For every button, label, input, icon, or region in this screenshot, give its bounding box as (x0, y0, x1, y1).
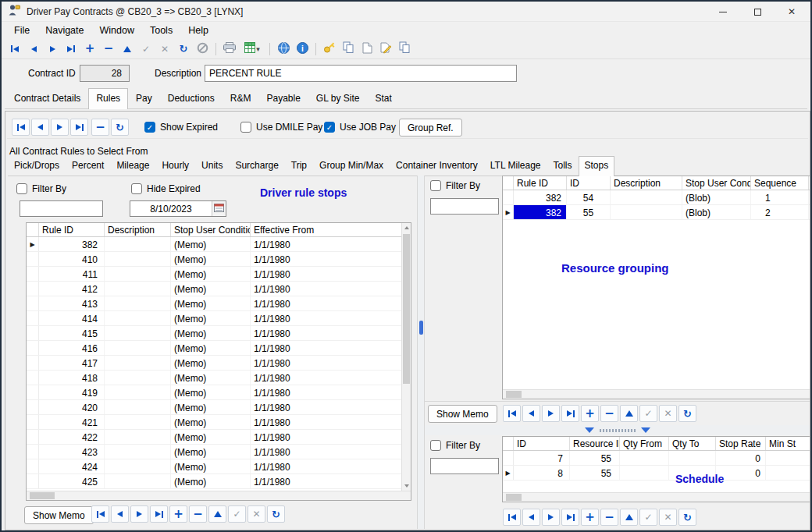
column-header-stop-user-conditior[interactable]: Stop User Conditior (682, 176, 751, 190)
table-cell[interactable]: 1/1/1980 (251, 237, 401, 251)
table-cell[interactable] (105, 252, 171, 266)
table-cell[interactable] (105, 341, 171, 355)
column-header-stop-user-conditio[interactable]: Stop User Conditio (171, 223, 251, 236)
table-cell[interactable]: 417 (39, 356, 105, 370)
table-cell[interactable]: 55 (567, 205, 611, 219)
table-cell[interactable]: 1/1/1980 (251, 415, 401, 429)
table-cell[interactable]: (Memo) (171, 430, 251, 444)
tab-group-min-max[interactable]: Group Min/Max (313, 156, 390, 176)
nav-insert-button[interactable]: + (581, 509, 599, 526)
tab-stops[interactable]: Stops (579, 156, 615, 176)
table-cell[interactable]: 1/1/1980 (251, 341, 401, 355)
table-cell[interactable]: (Memo) (171, 341, 251, 355)
scrollbar-thumb[interactable] (506, 494, 522, 501)
table-cell[interactable] (611, 190, 682, 204)
contract-id-field[interactable]: 28 (80, 65, 130, 82)
filter-by-checkbox-resources[interactable]: Filter By (430, 180, 480, 191)
tab-payable[interactable]: Payable (258, 88, 308, 108)
nav-last-button[interactable] (561, 509, 579, 526)
tab-surcharge[interactable]: Surcharge (229, 156, 284, 176)
show-expired-checkbox[interactable]: Show Expired (144, 122, 218, 133)
tab-mileage[interactable]: Mileage (110, 156, 155, 176)
toolbar-cancel-updates-button[interactable] (194, 41, 211, 57)
table-cell[interactable]: 420 (39, 400, 105, 414)
table-cell[interactable]: 421 (39, 415, 105, 429)
rules-prior-button[interactable] (31, 119, 49, 136)
nav-insert-button[interactable]: + (581, 405, 599, 422)
table-cell[interactable] (105, 296, 171, 310)
toolbar-delete-button[interactable]: − (100, 41, 117, 57)
use-dmile-pay-checkbox[interactable]: Use DMILE Pay (240, 122, 322, 133)
table-cell[interactable]: 413 (39, 296, 105, 310)
table-cell[interactable]: 55 (570, 451, 620, 465)
horizontal-scrollbar[interactable] (503, 492, 810, 502)
column-header-qty-to[interactable]: Qty To (669, 437, 716, 450)
table-cell[interactable]: 1/1/1980 (251, 252, 401, 266)
table-cell[interactable] (105, 326, 171, 340)
table-row[interactable]: 422(Memo)1/1/1980 (27, 430, 401, 445)
column-header-rule-id[interactable]: Rule ID (514, 176, 567, 190)
table-cell[interactable]: 7 (514, 451, 570, 465)
filter-input-left[interactable] (20, 200, 103, 217)
filter-by-checkbox-left[interactable]: Filter By (16, 183, 66, 194)
nav-last-button[interactable] (150, 505, 168, 523)
rules-first-button[interactable] (12, 119, 30, 136)
rules-last-button[interactable] (70, 119, 88, 136)
table-row[interactable]: ▶8550 (503, 466, 810, 481)
table-cell[interactable]: 1/1/1980 (251, 430, 401, 444)
nav-refresh-button[interactable]: ↻ (267, 505, 285, 523)
table-cell[interactable]: 414 (39, 311, 105, 325)
export-grid-button[interactable]: ▾ (240, 41, 265, 57)
table-cell[interactable]: (Memo) (171, 237, 251, 251)
column-header-min-st[interactable]: Min St (766, 437, 810, 450)
filter-by-checkbox-schedule[interactable]: Filter By (430, 440, 480, 451)
table-cell[interactable]: (Blob) (682, 190, 751, 204)
table-cell[interactable]: 419 (39, 385, 105, 399)
table-cell[interactable]: (Memo) (171, 459, 251, 473)
column-header-rule-id[interactable]: Rule ID (39, 223, 105, 236)
table-cell[interactable] (611, 205, 682, 219)
nav-cancel-button[interactable]: ✕ (248, 505, 265, 523)
toolbar-edit-button[interactable] (119, 41, 136, 57)
menu-navigate[interactable]: Navigate (37, 23, 91, 38)
description-field[interactable]: PERCENT RULE (205, 65, 517, 82)
group-ref-button[interactable]: Group Ref. (399, 119, 462, 137)
table-cell[interactable]: (Memo) (171, 296, 251, 310)
maximize-button[interactable] (740, 2, 775, 22)
tab-deductions[interactable]: Deductions (160, 88, 223, 108)
table-row[interactable]: ▶38255(Blob)2 (503, 205, 810, 220)
nav-first-button[interactable] (91, 505, 109, 523)
table-row[interactable]: 413(Memo)1/1/1980 (27, 296, 401, 311)
table-cell[interactable] (105, 430, 171, 444)
table-cell[interactable]: 415 (39, 326, 105, 340)
rules-delete-button[interactable]: − (91, 119, 109, 136)
table-cell[interactable]: (Memo) (171, 356, 251, 370)
toolbar-first-button[interactable] (6, 41, 23, 57)
table-row[interactable]: 418(Memo)1/1/1980 (27, 371, 401, 385)
table-cell[interactable]: (Memo) (171, 445, 251, 459)
nav-refresh-button[interactable]: ↻ (678, 509, 696, 526)
tab-gl-by-site[interactable]: GL by Site (308, 88, 368, 108)
minimize-button[interactable] (706, 2, 740, 22)
table-cell[interactable]: 55 (570, 466, 620, 480)
copy-button[interactable] (340, 41, 357, 57)
column-header-stop-rate[interactable]: Stop Rate (716, 437, 766, 450)
table-row[interactable]: 38254(Blob)1 (503, 190, 810, 205)
nav-next-button[interactable] (130, 505, 148, 523)
table-row[interactable]: 421(Memo)1/1/1980 (27, 415, 401, 430)
column-header-sequence[interactable]: Sequence (751, 176, 809, 190)
table-row[interactable]: 425(Memo)1/1/1980 (27, 474, 401, 489)
nav-cancel-button[interactable]: ✕ (659, 405, 677, 422)
table-cell[interactable]: 382 (514, 205, 567, 219)
nav-prior-button[interactable] (522, 509, 540, 526)
column-header-resource-id[interactable]: Resource ID (570, 437, 620, 450)
table-cell[interactable] (766, 451, 810, 465)
table-cell[interactable]: 412 (39, 282, 105, 296)
table-cell[interactable] (105, 356, 171, 370)
info-button[interactable]: i (294, 41, 311, 57)
tab-container-inventory[interactable]: Container Inventory (390, 156, 484, 176)
scrollbar-thumb[interactable] (506, 391, 522, 398)
splitter-grip[interactable] (600, 429, 636, 432)
table-cell[interactable] (105, 400, 171, 414)
use-job-pay-checkbox[interactable]: Use JOB Pay (324, 122, 396, 133)
